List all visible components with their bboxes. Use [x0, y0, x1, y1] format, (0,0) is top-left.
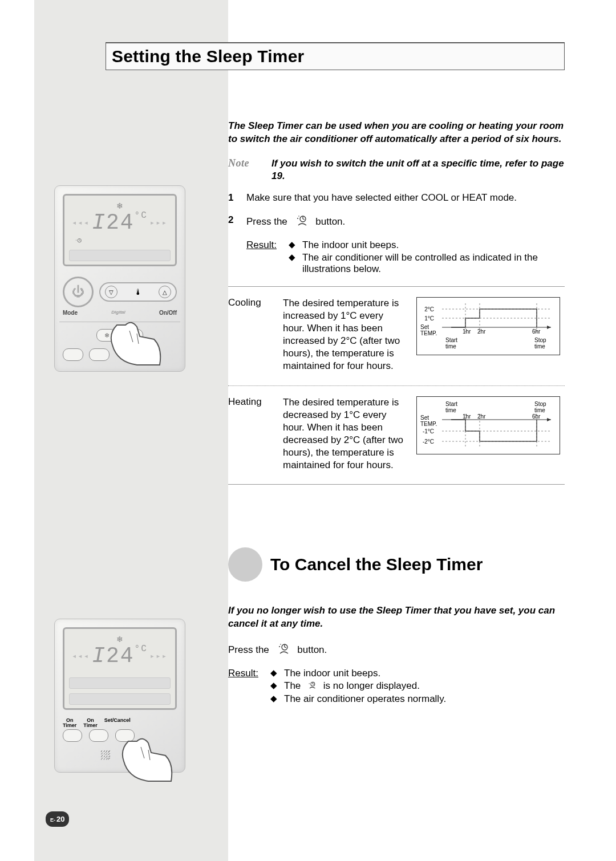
set-cancel-label: Set/Cancel	[104, 718, 131, 728]
cancel-result: Result: ◆The indoor unit beeps. ◆ The is…	[228, 668, 565, 706]
heating-chart: -1°C -2°C Set TEMP. 1hr 2hr 6hr Start ti…	[416, 396, 560, 454]
svg-text:2°C: 2°C	[424, 306, 434, 312]
svg-text:Start: Start	[445, 401, 457, 407]
svg-text:1hr: 1hr	[463, 413, 471, 420]
heating-label: Heating	[228, 396, 273, 472]
result-label: Result:	[246, 239, 278, 276]
svg-text:6hr: 6hr	[532, 413, 541, 420]
step-2-post: button.	[315, 216, 345, 227]
svg-text:Start: Start	[445, 337, 457, 343]
hand-pointer-icon	[106, 316, 168, 368]
svg-point-44	[76, 239, 76, 240]
svg-text:TEMP.: TEMP.	[420, 330, 437, 336]
cancel-press-post: button.	[297, 644, 327, 655]
sleep-icon	[293, 214, 311, 230]
note-label: Note	[228, 157, 261, 182]
sleep-icon	[274, 642, 293, 659]
divider	[228, 286, 565, 287]
svg-text:Stop: Stop	[534, 337, 546, 343]
step-2-number: 2	[228, 214, 238, 230]
svg-point-2	[298, 216, 299, 217]
heating-row: Heating The desired temperature is decre…	[228, 396, 565, 472]
svg-text:time: time	[445, 343, 456, 350]
sleep-icon-small	[306, 680, 318, 692]
cancel-heading-row: To Cancel the Sleep Timer	[228, 547, 565, 582]
cancel-intro: If you no longer wish to use the Sleep T…	[228, 604, 565, 631]
result-bullets: ◆The indoor unit beeps. ◆The air conditi…	[289, 239, 565, 276]
off-timer-label: OnTimer	[83, 718, 97, 728]
svg-text:1hr: 1hr	[463, 328, 471, 335]
grey-circle-icon	[228, 547, 262, 582]
divider	[228, 484, 565, 485]
result-b1: The indoor unit beeps.	[302, 239, 399, 251]
cancel-press: Press the button.	[228, 642, 565, 659]
svg-text:TEMP.: TEMP.	[420, 421, 437, 427]
cancel-heading: To Cancel the Sleep Timer	[270, 555, 483, 574]
svg-marker-26	[547, 418, 551, 421]
svg-text:-1°C: -1°C	[423, 428, 434, 434]
cancel-press-pre: Press the	[228, 644, 269, 655]
temp-up-icon[interactable]: △	[159, 286, 171, 298]
fan-bars-left-icon: ◂◂◂	[72, 218, 90, 228]
step-2-text: Press the button.	[246, 214, 565, 230]
svg-marker-9	[547, 326, 551, 329]
diamond-icon: ◆	[270, 668, 278, 679]
note-row: Note If you wish to switch the unit off …	[228, 157, 565, 182]
lcd-sleep-icon	[69, 237, 171, 245]
diamond-icon: ◆	[289, 252, 297, 275]
svg-text:time: time	[445, 407, 456, 413]
cancel-b1: The indoor unit beeps.	[284, 668, 380, 679]
heading-setting: Setting the Sleep Timer	[112, 47, 558, 66]
intro-text: The Sleep Timer can be used when you are…	[228, 120, 565, 146]
remote-lcd-2: ❄ ◂◂◂ I24°C ▸▸▸	[63, 627, 177, 710]
cooling-chart: 2°C 1°C Set TEMP. 1hr 2hr 6hr Start time…	[416, 297, 560, 355]
svg-text:-2°C: -2°C	[423, 438, 434, 445]
result-row: Result: ◆The indoor unit beeps. ◆The air…	[246, 239, 565, 276]
diamond-icon: ◆	[270, 680, 278, 692]
result-b2: The air conditioner will be controlled a…	[302, 252, 565, 275]
heating-desc: The desired temperature is decreased by …	[283, 396, 406, 472]
cancel-b3: The air conditioner operates normally.	[284, 693, 446, 705]
svg-text:time: time	[534, 407, 545, 413]
temp-down-icon[interactable]: ▽	[105, 286, 117, 298]
svg-point-42	[309, 683, 310, 684]
cancel-section: To Cancel the Sleep Timer If you no long…	[228, 547, 565, 706]
swing-icon: ⛆	[100, 750, 111, 762]
remote-illustration-1: ❄ ◂◂◂ I24°C ▸▸▸ ⏻ ▽ 🌡 △	[54, 185, 185, 372]
svg-point-39	[279, 646, 280, 647]
snowflake-icon: ❄	[69, 201, 171, 210]
lcd-temp-value: I24°C	[92, 210, 148, 235]
step-1-number: 1	[228, 192, 238, 205]
diamond-icon: ◆	[289, 239, 297, 251]
on-timer-button[interactable]	[63, 729, 82, 742]
temp-control[interactable]: ▽ 🌡 △	[99, 282, 177, 302]
off-timer-button[interactable]	[89, 729, 108, 742]
set-temp-label: Set	[420, 324, 429, 330]
section-heading-box: Setting the Sleep Timer	[106, 42, 565, 70]
thermometer-icon: 🌡	[134, 287, 142, 297]
cooling-desc: The desired temperature is increased by …	[283, 297, 406, 373]
power-button[interactable]: ⏻	[63, 277, 94, 307]
remote-lcd: ❄ ◂◂◂ I24°C ▸▸▸	[63, 194, 177, 266]
svg-text:Stop: Stop	[534, 401, 546, 407]
step-2: 2 Press the button.	[228, 214, 565, 230]
page-number: E-20	[46, 811, 69, 827]
diamond-icon: ◆	[270, 693, 278, 705]
svg-text:Set: Set	[420, 415, 429, 421]
note-text: If you wish to switch the unit off at a …	[271, 157, 565, 182]
mode-label: Mode	[63, 310, 78, 316]
svg-point-1	[297, 218, 298, 219]
cooling-row: Cooling The desired temperature is incre…	[228, 297, 565, 373]
step-1-text: Make sure that you have selected either …	[246, 192, 565, 205]
cooling-label: Cooling	[228, 297, 273, 373]
svg-text:2hr: 2hr	[477, 413, 486, 420]
svg-text:1°C: 1°C	[424, 315, 434, 322]
remote-illustration-2: ❄ ◂◂◂ I24°C ▸▸▸ OnTimer OnTimer Set/Canc…	[54, 619, 185, 773]
fan-bars-right-icon: ▸▸▸	[150, 218, 168, 228]
step-1: 1 Make sure that you have selected eithe…	[228, 192, 565, 205]
step-2-pre: Press the	[246, 216, 287, 227]
onoff-label: On/Off	[159, 310, 177, 316]
svg-text:time: time	[534, 343, 545, 350]
on-timer-label: OnTimer	[63, 718, 76, 728]
cancel-b2: The is no longer displayed.	[284, 680, 420, 692]
